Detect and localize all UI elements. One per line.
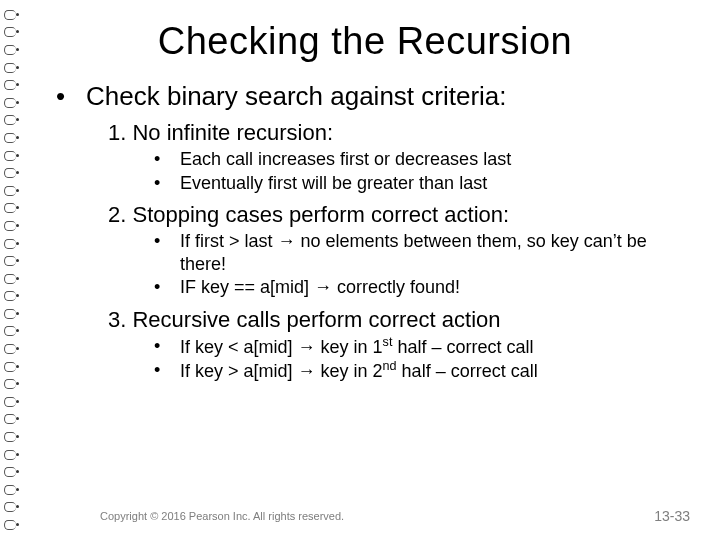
bullet-dot: • — [154, 276, 180, 299]
item-number: 2. — [108, 202, 126, 227]
sub-text: Each call increases first or decreases l… — [180, 148, 680, 171]
list-item: 1. No infinite recursion: •Each call inc… — [108, 120, 680, 194]
slide-title: Checking the Recursion — [50, 20, 680, 63]
list-item: 3. Recursive calls perform correct actio… — [108, 307, 680, 383]
item-text: Stopping cases perform correct action: — [132, 202, 509, 227]
sub-list: •If first > last → no elements between t… — [154, 230, 680, 299]
sub-text: Eventually first will be greater than la… — [180, 172, 680, 195]
bullet-dot: • — [154, 335, 180, 359]
bullet-dot: • — [154, 230, 180, 275]
numbered-list: 1. No infinite recursion: •Each call inc… — [108, 120, 680, 383]
bullet-level-1: •Check binary search against criteria: — [56, 81, 680, 112]
sub-text: If key < a[mid] → key in 1st half – corr… — [180, 335, 680, 359]
sub-text: If key > a[mid] → key in 2nd half – corr… — [180, 359, 680, 383]
item-text: No infinite recursion: — [132, 120, 333, 145]
item-text: Recursive calls perform correct action — [132, 307, 500, 332]
bullet-dot: • — [154, 148, 180, 171]
sub-item: •IF key == a[mid] → correctly found! — [154, 276, 680, 299]
bullet-dot: • — [154, 172, 180, 195]
sub-text: If first > last → no elements between th… — [180, 230, 680, 275]
item-number: 3. — [108, 307, 126, 332]
sub-item: •If key > a[mid] → key in 2nd half – cor… — [154, 359, 680, 383]
item-heading: 3. Recursive calls perform correct actio… — [108, 307, 680, 333]
sub-item: •Each call increases first or decreases … — [154, 148, 680, 171]
item-heading: 1. No infinite recursion: — [108, 120, 680, 146]
item-heading: 2. Stopping cases perform correct action… — [108, 202, 680, 228]
sub-item: •If first > last → no elements between t… — [154, 230, 680, 275]
sub-list: •If key < a[mid] → key in 1st half – cor… — [154, 335, 680, 383]
copyright: Copyright © 2016 Pearson Inc. All rights… — [100, 510, 344, 522]
slide: Checking the Recursion •Check binary sea… — [0, 0, 720, 540]
sub-text: IF key == a[mid] → correctly found! — [180, 276, 680, 299]
list-item: 2. Stopping cases perform correct action… — [108, 202, 680, 299]
bullet-dot: • — [154, 359, 180, 383]
sub-item: •Eventually first will be greater than l… — [154, 172, 680, 195]
sub-list: •Each call increases first or decreases … — [154, 148, 680, 194]
bullet-dot: • — [56, 81, 86, 112]
sub-item: •If key < a[mid] → key in 1st half – cor… — [154, 335, 680, 359]
page-number: 13-33 — [654, 508, 690, 524]
item-number: 1. — [108, 120, 126, 145]
bullet-text: Check binary search against criteria: — [86, 81, 507, 111]
